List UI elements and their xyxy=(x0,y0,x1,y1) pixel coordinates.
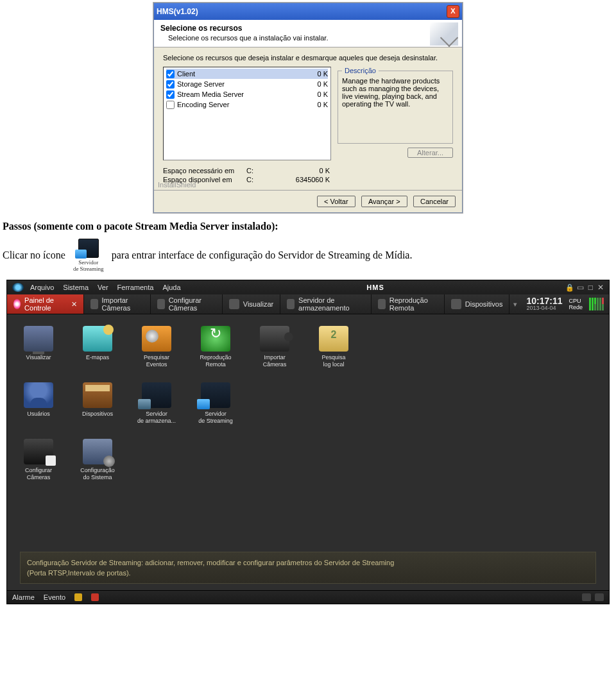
installer-header: Selecione os recursos Selecione os recur… xyxy=(154,20,462,47)
tab-label: Importar Câmeras xyxy=(102,296,144,312)
close-icon[interactable]: ✕ xyxy=(597,283,604,292)
cancel-button[interactable]: Cancelar xyxy=(413,196,456,207)
menu-item[interactable]: Arquivo xyxy=(30,284,54,291)
app-icon-reprodu-o[interactable]: Reprodução Remota xyxy=(196,326,235,368)
tab-icon xyxy=(13,299,21,309)
hms-menubar: ArquivoSistemaVerFerramentaAjuda HMS 🔒 ▭… xyxy=(7,280,609,294)
app-icon-configurar[interactable]: Configurar Câmeras xyxy=(19,439,58,481)
app-icon-servidor[interactable]: Servidor de Streaming xyxy=(196,382,235,425)
tab-icon xyxy=(90,299,98,309)
description-legend: Descrição xyxy=(342,67,379,74)
component-list[interactable]: Client0 KStorage Server0 KStream Media S… xyxy=(163,67,331,160)
component-size: 0 K xyxy=(317,90,328,98)
status-expand-icon[interactable] xyxy=(595,593,604,601)
hms-tabbar: Painel de Controle✕Importar CâmerasConfi… xyxy=(7,294,609,314)
lock-icon[interactable]: 🔒 xyxy=(565,284,574,292)
installer-intro: Selecione os recursos que deseja instala… xyxy=(163,54,453,62)
app-icon-glyph xyxy=(83,439,112,464)
hms-app: ArquivoSistemaVerFerramentaAjuda HMS 🔒 ▭… xyxy=(6,280,610,604)
component-row[interactable]: Encoding Server0 K xyxy=(166,99,328,110)
alterar-button[interactable]: Alterar... xyxy=(407,148,453,158)
tab-label: Servidor de armazenamento xyxy=(298,296,364,312)
app-icon-label: Usuários xyxy=(19,411,58,418)
app-icon-glyph xyxy=(24,439,53,464)
component-name: Encoding Server xyxy=(177,101,229,108)
tab-label: Reprodução Remota xyxy=(389,296,438,312)
status-tray-icon[interactable] xyxy=(582,593,591,601)
app-icon-label: Configuração do Sistema xyxy=(78,467,117,481)
component-checkbox[interactable] xyxy=(166,90,175,99)
streaming-server-icon[interactable]: Servidor de Streaming xyxy=(71,239,107,272)
back-button[interactable]: < Voltar xyxy=(317,196,355,207)
app-icon-label: Configurar Câmeras xyxy=(19,467,58,481)
hms-title: HMS xyxy=(190,284,561,291)
tab-visualizar[interactable]: Visualizar xyxy=(223,294,281,314)
hms-clock-panel: 10:17:11 2013-04-04 CPU Rede xyxy=(521,294,609,314)
component-row[interactable]: Stream Media Server0 K xyxy=(166,89,328,99)
app-icon-glyph xyxy=(83,382,112,408)
next-button[interactable]: Avançar > xyxy=(361,196,407,207)
component-checkbox[interactable] xyxy=(166,70,175,78)
status-critical-icon[interactable] xyxy=(91,593,99,601)
doc-click-line: Clicar no ícone Servidor de Streaming pa… xyxy=(3,239,613,272)
tab-icon xyxy=(378,299,386,309)
app-icon-label: E-mapas xyxy=(78,354,117,361)
app-icon-configura-o[interactable]: Configuração do Sistema xyxy=(78,439,117,481)
app-icon-label: Importar Câmeras xyxy=(255,354,295,368)
component-size: 0 K xyxy=(317,80,328,88)
app-icon-glyph xyxy=(142,382,171,408)
tab-icon xyxy=(287,299,295,309)
app-icon-importar[interactable]: Importar Câmeras xyxy=(255,326,295,368)
status-event[interactable]: Evento xyxy=(44,593,65,601)
app-icon-e-mapas[interactable]: E-mapas xyxy=(78,326,117,368)
maximize-icon[interactable]: □ xyxy=(588,283,593,292)
tab-dropdown-icon[interactable]: ▾ xyxy=(509,300,521,309)
app-icon-label: Pesquisa log local xyxy=(314,354,354,368)
tab-dispositivos[interactable]: Dispositivos xyxy=(445,294,510,314)
installshield-label: InstallShield xyxy=(158,181,196,189)
app-icon-servidor[interactable]: Servidor de armazena... xyxy=(137,382,176,425)
app-icon-dispositivos[interactable]: Dispositivos xyxy=(78,382,117,425)
wizard-icon xyxy=(430,22,458,46)
doc-passos-heading: Passos (somente com o pacote Stream Medi… xyxy=(3,221,613,232)
tab-close-icon[interactable]: ✕ xyxy=(71,300,77,309)
component-checkbox[interactable] xyxy=(166,101,175,109)
tab-reprodu-o-remota[interactable]: Reprodução Remota xyxy=(372,294,445,314)
app-icon-glyph xyxy=(24,382,53,408)
installer-heading: Selecione os recursos xyxy=(160,24,456,33)
app-icon-visualizar[interactable]: Visualizar xyxy=(19,326,58,368)
installer-subheading: Selecione os recursos que a instalação v… xyxy=(160,34,456,42)
tab-painel-de-controle[interactable]: Painel de Controle✕ xyxy=(7,294,84,314)
component-checkbox[interactable] xyxy=(166,80,175,89)
menu-item[interactable]: Ver xyxy=(98,284,108,291)
menu-item[interactable]: Ferramenta xyxy=(117,284,154,291)
status-warning-icon[interactable] xyxy=(74,593,82,601)
space-free-row: Espaço disponível em C: 6345060 K xyxy=(163,176,453,183)
description-text: Manage the hardware products such as man… xyxy=(342,77,449,108)
component-row[interactable]: Storage Server0 K xyxy=(166,79,328,89)
tab-servidor-de-armazenamento[interactable]: Servidor de armazenamento xyxy=(280,294,372,314)
hms-body: VisualizarE-mapasPesquisar EventosReprod… xyxy=(7,314,609,590)
app-icon-pesquisa[interactable]: Pesquisa log local xyxy=(314,326,354,368)
component-size: 0 K xyxy=(317,101,328,108)
menu-item[interactable]: Sistema xyxy=(63,284,89,291)
close-icon[interactable]: X xyxy=(447,5,459,18)
tab-configurar-c-meras[interactable]: Configurar Câmeras xyxy=(151,294,223,314)
menu-item[interactable]: Ajuda xyxy=(162,284,180,291)
hint-bar: Configuração Servidor de Streaming: adic… xyxy=(20,552,596,584)
net-bars-icon xyxy=(589,304,604,310)
component-name: Storage Server xyxy=(177,80,225,88)
tab-importar-c-meras[interactable]: Importar Câmeras xyxy=(84,294,151,314)
app-icon-glyph xyxy=(319,326,348,352)
app-icon-label: Pesquisar Eventos xyxy=(137,354,176,368)
installer-dialog: HMS(v1.02) X Selecione os recursos Selec… xyxy=(153,3,463,213)
status-alarm[interactable]: Alarme xyxy=(12,593,35,601)
component-row[interactable]: Client0 K xyxy=(166,69,328,79)
tab-icon xyxy=(451,299,461,309)
app-icon-usu-rios[interactable]: Usuários xyxy=(19,382,58,425)
minimize-icon[interactable]: ▭ xyxy=(577,283,584,292)
app-icon-pesquisar[interactable]: Pesquisar Eventos xyxy=(137,326,176,368)
description-box: Descrição Manage the hardware products s… xyxy=(338,67,453,144)
hint-line2: (Porta RTSP,Intervalo de portas). xyxy=(27,568,589,578)
app-icon-label: Reprodução Remota xyxy=(196,354,235,368)
